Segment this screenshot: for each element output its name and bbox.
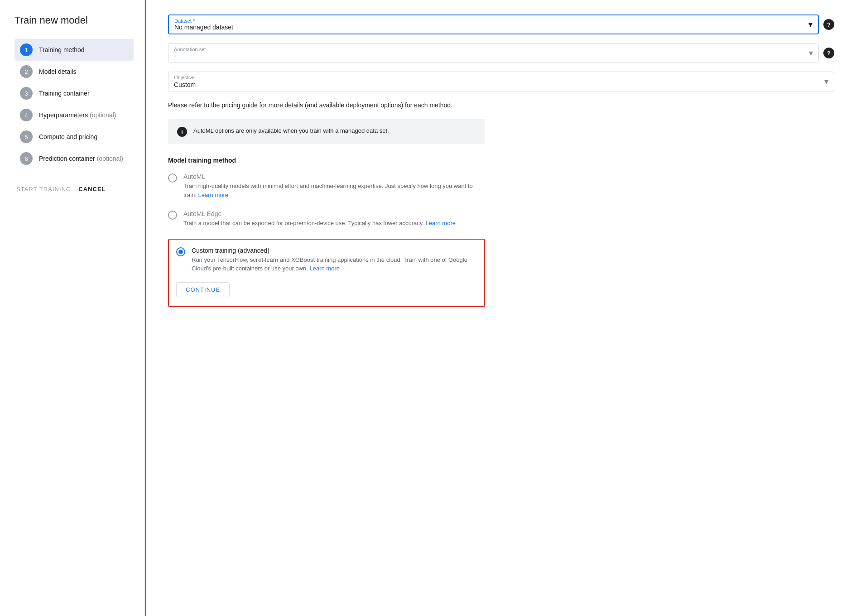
page-title: Train new model bbox=[14, 14, 134, 26]
annotation-set-help-icon[interactable]: ? bbox=[823, 48, 834, 58]
radio-button-automl-edge[interactable] bbox=[168, 211, 177, 220]
dataset-help-icon[interactable]: ? bbox=[823, 19, 834, 30]
objective-select[interactable]: Objective Custom ▾ bbox=[168, 72, 834, 91]
annotation-set-label: Annotation set bbox=[174, 47, 206, 52]
custom-training-learn-more[interactable]: Learn more bbox=[309, 265, 339, 272]
objective-dropdown-arrow[interactable]: ▾ bbox=[824, 77, 828, 87]
automl-edge-text: AutoML Edge Train a model that can be ex… bbox=[183, 210, 456, 228]
annotation-set-dropdown-arrow[interactable]: ▾ bbox=[809, 48, 813, 58]
sidebar-item-training-method[interactable]: 1 Training method bbox=[14, 39, 134, 61]
start-training-button[interactable]: START TRAINING bbox=[16, 182, 71, 196]
radio-button-automl[interactable] bbox=[168, 173, 177, 183]
dataset-value: No managed dataset bbox=[174, 24, 233, 31]
custom-training-text: Custom training (advanced) Run your Tens… bbox=[192, 247, 475, 273]
cancel-button[interactable]: CANCEL bbox=[78, 182, 106, 196]
annotation-set-value: - bbox=[174, 52, 176, 59]
step-label-1: Training method bbox=[39, 46, 85, 53]
step-number-1: 1 bbox=[20, 43, 33, 56]
annotation-set-field-row: Annotation set - ▾ ? bbox=[168, 43, 834, 63]
continue-button[interactable]: CONTINUE bbox=[176, 282, 230, 297]
automl-edge-label: AutoML Edge bbox=[183, 210, 456, 217]
info-icon: i bbox=[177, 127, 187, 137]
dataset-field-row: Dataset * No managed dataset ▾ ? bbox=[168, 14, 834, 34]
step-number-3: 3 bbox=[20, 87, 33, 100]
section-title: Model training method bbox=[168, 157, 834, 164]
sidebar-item-training-container[interactable]: 3 Training container bbox=[14, 82, 134, 104]
automl-edge-learn-more[interactable]: Learn more bbox=[425, 220, 455, 226]
sidebar-item-hyperparameters[interactable]: 4 Hyperparameters (optional) bbox=[14, 104, 134, 126]
radio-button-custom[interactable] bbox=[176, 247, 185, 256]
custom-training-desc: Run your TensorFlow, scikit-learn and XG… bbox=[192, 255, 475, 273]
radio-option-custom[interactable]: Custom training (advanced) Run your Tens… bbox=[176, 247, 475, 273]
info-text: AutoML options are only available when y… bbox=[193, 126, 389, 135]
dataset-select-wrapper: Dataset * No managed dataset ▾ bbox=[168, 14, 819, 34]
custom-training-box: Custom training (advanced) Run your Tens… bbox=[168, 239, 485, 307]
step-label-3: Training container bbox=[39, 90, 90, 97]
sidebar-item-prediction-container[interactable]: 6 Prediction container (optional) bbox=[14, 148, 134, 169]
annotation-set-select[interactable]: Annotation set - ▾ bbox=[168, 43, 819, 63]
step-label-6: Prediction container (optional) bbox=[39, 155, 123, 162]
annotation-set-field-group: Annotation set - ▾ ? bbox=[168, 43, 834, 63]
step-label-5: Compute and pricing bbox=[39, 133, 97, 140]
step-number-4: 4 bbox=[20, 109, 33, 121]
step-number-5: 5 bbox=[20, 130, 33, 143]
dataset-label: Dataset * bbox=[174, 18, 195, 24]
radio-option-automl[interactable]: AutoML Train high-quality models with mi… bbox=[168, 173, 485, 199]
dataset-select[interactable]: Dataset * No managed dataset ▾ bbox=[168, 14, 819, 34]
annotation-set-select-wrapper: Annotation set - ▾ bbox=[168, 43, 819, 63]
objective-label: Objective bbox=[174, 75, 814, 80]
info-box: i AutoML options are only available when… bbox=[168, 119, 485, 144]
pricing-note: Please refer to the pricing guide for mo… bbox=[168, 101, 485, 110]
automl-text: AutoML Train high-quality models with mi… bbox=[183, 173, 485, 199]
sidebar-item-compute-pricing[interactable]: 5 Compute and pricing bbox=[14, 126, 134, 148]
step-label-4: Hyperparameters (optional) bbox=[39, 111, 116, 119]
sidebar-item-model-details[interactable]: 2 Model details bbox=[14, 61, 134, 82]
step-number-2: 2 bbox=[20, 65, 33, 78]
main-content: Dataset * No managed dataset ▾ ? Annotat… bbox=[146, 0, 856, 616]
automl-learn-more[interactable]: Learn more bbox=[198, 192, 228, 198]
objective-value: Custom bbox=[174, 81, 196, 88]
dataset-field-group: Dataset * No managed dataset ▾ ? bbox=[168, 14, 834, 34]
automl-edge-desc: Train a model that can be exported for o… bbox=[183, 219, 456, 228]
step-list: 1 Training method 2 Model details 3 Trai… bbox=[14, 39, 134, 169]
radio-option-automl-edge[interactable]: AutoML Edge Train a model that can be ex… bbox=[168, 210, 485, 228]
sidebar-actions: START TRAINING CANCEL bbox=[14, 182, 134, 196]
custom-training-label: Custom training (advanced) bbox=[192, 247, 475, 254]
step-label-2: Model details bbox=[39, 68, 77, 75]
dataset-dropdown-arrow[interactable]: ▾ bbox=[808, 19, 813, 29]
step-number-6: 6 bbox=[20, 152, 33, 165]
automl-label: AutoML bbox=[183, 173, 485, 180]
automl-desc: Train high-quality models with minimal e… bbox=[183, 182, 485, 199]
